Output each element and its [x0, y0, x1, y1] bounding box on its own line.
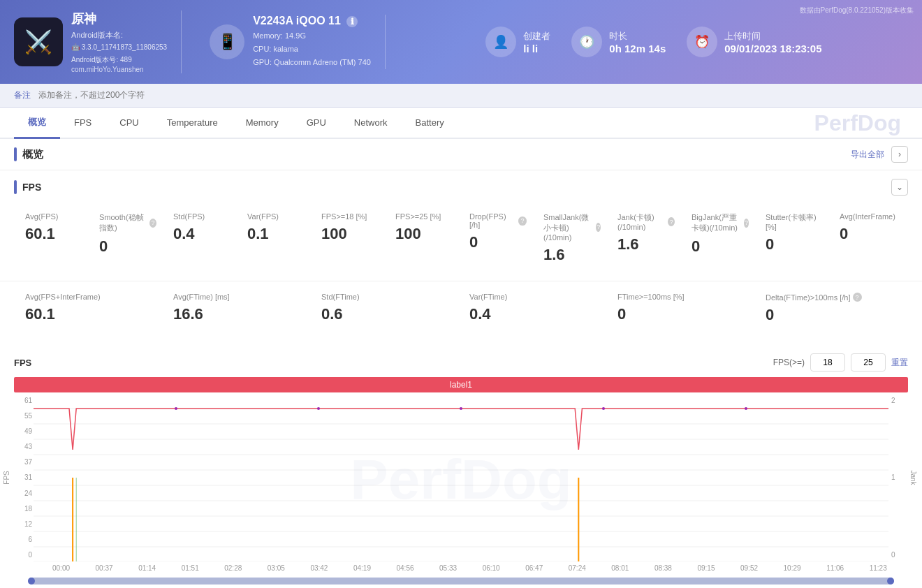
chart-x-axis: 00:0000:3701:1401:5102:2803:0503:4204:19… [14, 561, 908, 575]
stat-value: 60.1 [25, 305, 156, 323]
stat-label: Drop(FPS) [/h] ? [469, 212, 527, 229]
android-name-label: Android版本名: 🤖 3.3.0_11741873_11806253 An… [71, 29, 167, 66]
stat-value: 0 [766, 235, 823, 253]
svg-point-18 [745, 407, 747, 410]
fps-max-input[interactable] [851, 353, 886, 372]
game-icon: ⚔️ [14, 17, 63, 66]
stat-item: Var(FTime)0.4 [461, 287, 609, 330]
remark-bar: 备注 [0, 84, 922, 108]
upload-icon: ⏰ [687, 27, 717, 57]
duration-value: 0h 12m 14s [609, 43, 666, 54]
stat-label: Var(FPS) [247, 212, 305, 221]
x-axis-tick: 03:42 [310, 564, 328, 572]
header-meta: 👤 创建者 li li 🕐 时长 0h 12m 14s ⏰ 上传时间 09/01… [400, 27, 908, 57]
stat-label: Std(FTime) [321, 293, 453, 301]
collapse-button[interactable]: › [891, 146, 908, 163]
x-axis-tick: 08:01 [611, 564, 629, 572]
fps-collapse-button[interactable]: ⌄ [891, 179, 908, 196]
stat-item: Avg(FPS+InterFrame)60.1 [17, 287, 165, 330]
fps-chart-controls: FPS(>=) 重置 [773, 353, 908, 372]
fps-chart-title: FPS [14, 358, 31, 368]
game-info: ⚔️ 原神 Android版本名: 🤖 3.3.0_11741873_11806… [14, 10, 182, 74]
stat-item: FPS>=25 [%]100 [387, 207, 461, 270]
stat-item: Avg(FPS)60.1 [17, 207, 91, 270]
upload-value: 09/01/2023 18:23:05 [724, 43, 821, 54]
tab-memory[interactable]: Memory [232, 109, 293, 138]
stat-help-icon[interactable]: ? [668, 217, 675, 226]
x-axis-tick: 11:23 [870, 564, 887, 572]
stat-label: Avg(FTime) [ms] [173, 293, 305, 301]
header: ⚔️ 原神 Android版本名: 🤖 3.3.0_11741873_11806… [0, 0, 922, 84]
stat-item: SmallJank(微小卡顿)(/10min) ?1.6 [535, 207, 609, 270]
stat-item: Avg(FTime) [ms]16.6 [165, 287, 313, 330]
svg-text:PerfDog: PerfDog [350, 448, 571, 510]
stat-help-icon[interactable]: ? [149, 219, 156, 228]
stat-label: Stutter(卡顿率) [%] [766, 212, 823, 231]
chart-area: 61554943373124181260 [14, 394, 908, 561]
fps-min-input[interactable] [810, 353, 845, 372]
stat-item: Std(FTime)0.6 [313, 287, 461, 330]
version-notice: 数据由PerfDog(8.0.221052)版本收集 [800, 6, 914, 15]
tab-battery[interactable]: Battery [402, 109, 458, 138]
stat-value: 1.6 [543, 246, 601, 264]
svg-point-17 [602, 407, 605, 410]
stat-help-icon[interactable]: ? [518, 216, 527, 226]
chart-scrollbar-area [14, 575, 908, 588]
stat-label: BigJank(严重卡顿)(/10min) ? [692, 212, 749, 233]
x-axis-tick: 06:47 [525, 564, 543, 572]
tab-temperature[interactable]: Temperature [153, 109, 232, 138]
creator-item: 👤 创建者 li li [485, 27, 550, 57]
stat-value: 0.4 [469, 305, 601, 323]
stat-help-icon[interactable]: ? [853, 293, 862, 302]
tab-gpu[interactable]: GPU [293, 109, 340, 138]
fps-chart-container: FPS FPS(>=) 重置 label1 615549433731241812… [0, 346, 922, 588]
y-axis-left: 61554943373124181260 [14, 394, 34, 561]
game-package: com.miHoYo.Yuanshen [71, 66, 167, 73]
x-axis-tick: 03:05 [268, 564, 285, 572]
scroll-handle-left[interactable] [28, 578, 35, 585]
x-axis-tick: 01:51 [182, 564, 199, 572]
x-axis-tick: 09:52 [740, 564, 758, 572]
stat-item: BigJank(严重卡顿)(/10min) ?0 [683, 207, 757, 270]
x-axis-tick: 08:38 [654, 564, 672, 572]
overview-title-text: 概览 [22, 148, 43, 161]
chart-scrollbar[interactable] [28, 578, 894, 585]
x-axis-tick: 02:28 [224, 564, 242, 572]
device-info-icon[interactable]: ℹ [346, 16, 358, 27]
device-name: V2243A iQOO 11 ℹ [253, 15, 371, 27]
tab-cpu[interactable]: CPU [105, 109, 152, 138]
stat-value: 1.6 [617, 235, 675, 253]
x-axis-tick: 06:10 [483, 564, 500, 572]
tab-fps[interactable]: FPS [60, 109, 105, 138]
stats-row-2: Avg(FPS+InterFrame)60.1Avg(FTime) [ms]16… [17, 287, 905, 330]
x-axis-tick: 11:06 [826, 564, 844, 572]
remark-input[interactable] [38, 90, 248, 100]
stat-value: 100 [395, 225, 453, 243]
y-axis-right: 210 [888, 394, 908, 561]
x-axis-tick: 10:29 [784, 564, 801, 572]
title-bar-decoration [14, 147, 17, 161]
remark-label: 备注 [14, 90, 31, 100]
tab-overview[interactable]: 概览 [14, 108, 60, 139]
stat-label: Avg(InterFrame) [840, 212, 897, 221]
nav-watermark: PerfDog [814, 110, 901, 135]
stat-label: Jank(卡顿)(/10min) ? [617, 212, 675, 231]
svg-point-16 [460, 407, 462, 410]
overview-title: 概览 [14, 147, 43, 161]
scroll-handle-right[interactable] [887, 578, 894, 585]
upload-item: ⏰ 上传时间 09/01/2023 18:23:05 [687, 27, 821, 57]
stat-value: 0 [840, 225, 897, 243]
fps-reset-button[interactable]: 重置 [891, 357, 908, 369]
x-axis-tick: 00:37 [96, 564, 113, 572]
export-button[interactable]: 导出全部 [851, 149, 884, 161]
tab-network[interactable]: Network [340, 109, 402, 138]
x-axis-tick: 04:19 [353, 564, 371, 572]
stat-help-icon[interactable]: ? [744, 219, 749, 228]
stat-value: 0 [99, 237, 156, 256]
stats-row-1: Avg(FPS)60.1Smooth(稳帧指数) ?0Std(FPS)0.4Va… [17, 207, 905, 270]
x-axis-tick: 01:14 [138, 564, 156, 572]
stat-help-icon[interactable]: ? [596, 223, 601, 232]
fps-section-title: FPS [14, 180, 41, 194]
fps-title-text: FPS [22, 182, 41, 193]
stat-value: 60.1 [25, 225, 82, 243]
